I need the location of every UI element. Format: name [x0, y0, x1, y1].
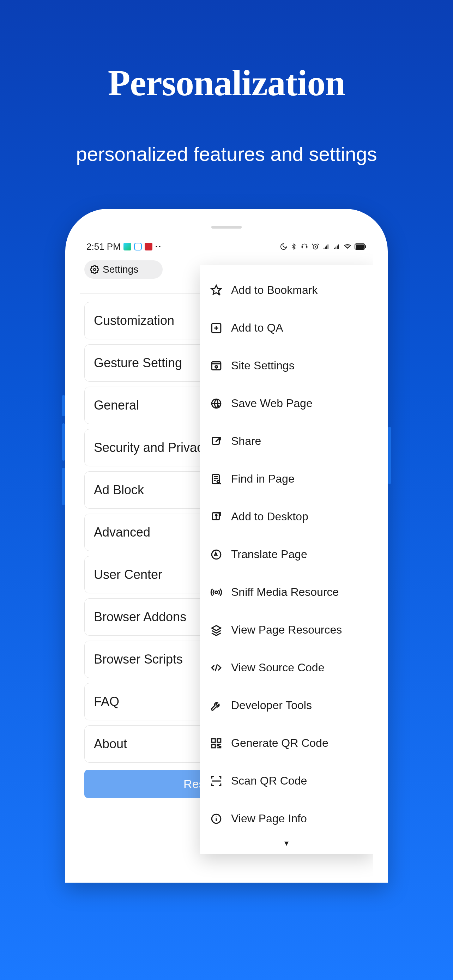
phone-power-button [388, 427, 391, 484]
radio-icon [209, 585, 223, 599]
menu-item[interactable]: Add to Bookmark [200, 271, 373, 309]
menu-item-label: Share [231, 434, 261, 448]
phone-volume-up [62, 423, 65, 461]
code-icon [209, 661, 223, 675]
svg-rect-3 [365, 245, 366, 248]
site-settings-icon [209, 359, 223, 373]
menu-item-label: Scan QR Code [231, 774, 307, 788]
menu-item-label: Save Web Page [231, 397, 313, 410]
bluetooth-icon [290, 243, 297, 250]
menu-item-label: View Page Info [231, 812, 307, 825]
settings-item-label: Browser Addons [94, 609, 186, 624]
menu-item-label: Find in Page [231, 473, 295, 485]
status-bar: 2:51 PM ·· [80, 235, 373, 258]
wifi-icon [343, 243, 352, 250]
menu-item[interactable]: Save Web Page [200, 385, 373, 422]
menu-item-label: Translate Page [231, 548, 307, 561]
star-plus-icon [209, 283, 223, 298]
menu-item[interactable]: View Page Resources [200, 611, 373, 649]
layers-icon [209, 623, 223, 637]
qr-generate-icon [209, 736, 223, 750]
settings-item-label: Gesture Setting [94, 356, 182, 371]
menu-item[interactable]: Site Settings [200, 347, 373, 385]
settings-item-label: About [94, 737, 127, 751]
alarm-icon [312, 243, 319, 250]
settings-item-label: Security and Privacy [94, 440, 210, 455]
info-icon [209, 812, 223, 826]
hero-title: Personalization [0, 62, 453, 104]
menu-item[interactable]: Find in Page [200, 460, 373, 498]
find-icon [209, 472, 223, 486]
menu-item-label: Add to Bookmark [231, 284, 318, 297]
devtools-icon [209, 698, 223, 713]
menu-item[interactable]: Add to Desktop [200, 498, 373, 536]
svg-point-4 [94, 269, 96, 271]
hero-subtitle: personalized features and settings [0, 143, 453, 165]
menu-item[interactable]: Generate QR Code [200, 724, 373, 762]
menu-item[interactable]: Add to QA [200, 309, 373, 347]
qr-scan-icon [209, 774, 223, 788]
phone-screen: 2:51 PM ·· [80, 235, 373, 883]
status-overflow-dots: ·· [155, 241, 162, 252]
phone-mute-switch [62, 395, 65, 416]
status-app-icon-2 [134, 243, 142, 250]
menu-item[interactable]: View Page Info [200, 800, 373, 837]
settings-item-label: Ad Block [94, 483, 144, 497]
signal-2-icon [333, 243, 340, 250]
page-menu-panel: Add to BookmarkAdd to QASite SettingsSav… [200, 265, 373, 854]
phone-volume-down [62, 468, 65, 505]
desktop-icon [209, 510, 223, 524]
settings-item-label: FAQ [94, 694, 119, 709]
menu-item[interactable]: Developer Tools [200, 686, 373, 724]
menu-item[interactable]: View Source Code [200, 649, 373, 686]
menu-item[interactable]: Share [200, 422, 373, 460]
headphones-icon [300, 243, 309, 250]
settings-header[interactable]: Settings [84, 260, 163, 279]
menu-item[interactable]: Scan QR Code [200, 762, 373, 800]
menu-item-label: View Page Resources [231, 624, 342, 636]
svg-rect-2 [356, 245, 364, 249]
menu-item-label: Add to Desktop [231, 510, 308, 523]
translate-icon [209, 547, 223, 562]
battery-icon [354, 243, 367, 250]
page-menu-list: Add to BookmarkAdd to QASite SettingsSav… [200, 271, 373, 837]
menu-item-label: Generate QR Code [231, 737, 329, 749]
settings-item-label: Browser Scripts [94, 652, 183, 667]
status-time: 2:51 PM [86, 241, 121, 252]
phone-speaker [211, 226, 242, 229]
settings-header-label: Settings [103, 264, 138, 275]
phone-mockup: 2:51 PM ·· [65, 209, 388, 883]
status-app-icon-1 [124, 243, 131, 250]
plus-square-icon [209, 321, 223, 335]
settings-item-label: Advanced [94, 525, 150, 540]
signal-1-icon [322, 243, 330, 250]
menu-item-label: Sniff Media Resource [231, 585, 339, 599]
status-app-icon-3 [145, 243, 153, 250]
marketing-hero: Personalization personalized features an… [0, 0, 453, 165]
gear-icon [90, 265, 99, 274]
menu-item-label: Add to QA [231, 321, 283, 334]
menu-item-label: Developer Tools [231, 699, 312, 712]
settings-item-label: User Center [94, 567, 162, 582]
menu-more-chevron[interactable]: ▾ [200, 837, 373, 851]
save-page-icon [209, 396, 223, 410]
menu-item[interactable]: Translate Page [200, 536, 373, 573]
moon-icon [280, 243, 288, 250]
settings-item-label: Customization [94, 313, 174, 328]
settings-item-label: General [94, 398, 139, 413]
menu-item[interactable]: Sniff Media Resource [200, 573, 373, 611]
menu-item-label: Site Settings [231, 359, 295, 372]
menu-item-label: View Source Code [231, 661, 324, 674]
share-icon [209, 434, 223, 449]
